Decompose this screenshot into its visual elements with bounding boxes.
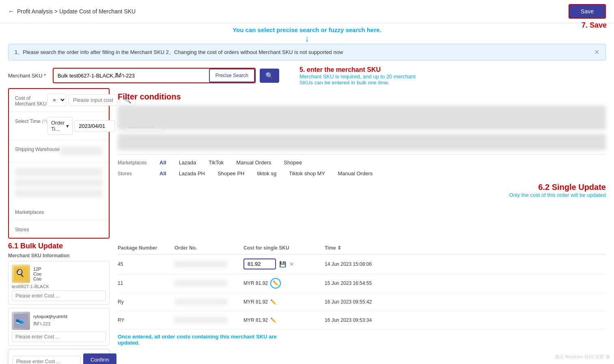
tab-store-all[interactable]: All — [156, 170, 170, 177]
sku-img-1: 🍳 — [12, 265, 30, 283]
watermark: 激活 Windows 转到"设置"激 — [555, 354, 610, 360]
sku-card-2: 👟 rytoipokljhyutrtrfd สีดำ-223 — [8, 308, 110, 346]
edit-icon-4[interactable]: ✏️ — [270, 317, 276, 323]
top-bar: ← Profit Analysis > Update Cost of Merch… — [0, 0, 614, 23]
info-bar: 1、Please search the order info after fil… — [8, 44, 606, 60]
sku-name-2: rytoipokljhyutrtrfd — [33, 314, 106, 319]
anno-once-entered: Once entered, all order costs containing… — [118, 334, 280, 346]
tab-manual-orders[interactable]: Manual Orders — [334, 170, 376, 177]
filter-shipping-row: Shipping Warehouse — [9, 140, 109, 162]
tab-manual[interactable]: Manual Orders — [233, 159, 274, 166]
tab-shopee[interactable]: Shopee — [280, 159, 305, 166]
anno5-title: 5. enter the merchant SKU — [299, 66, 421, 73]
filter-stores-row: Stores — [9, 220, 109, 238]
sku-input-wrap: Precise Search — [53, 68, 256, 83]
time-label: Select Time (?) — [15, 117, 47, 124]
cost-3: MYR 81.92 ✏️ — [243, 299, 325, 305]
filter-panel: Cost of Merchant SKU = 🔍 Select Time (?)… — [8, 88, 110, 239]
sku-id-1: test0627-1-BLACK — [12, 284, 106, 289]
time-3: 16 Jun 2023 09:55:42 — [325, 299, 406, 305]
svg-text:👟: 👟 — [15, 316, 25, 325]
anno-save: 7. Save — [582, 21, 607, 30]
breadcrumb-text: Profit Analysis > Update Cost of Merchan… — [17, 8, 136, 15]
sku-name-1: 12PCooCoo — [33, 267, 106, 281]
order-4 — [175, 317, 227, 323]
back-arrow[interactable]: ← — [8, 8, 15, 15]
tab-tiktok[interactable]: TikTok — [205, 159, 227, 166]
filter-cost-row: Cost of Merchant SKU = 🔍 — [9, 89, 109, 112]
cost-edit-input-1[interactable] — [243, 258, 276, 269]
tab-shopee-ph[interactable]: Shopee PH — [214, 170, 248, 177]
bulk-cost-input[interactable] — [13, 356, 81, 364]
tab-lazada[interactable]: Lazada — [176, 159, 200, 166]
date-from-input[interactable] — [74, 120, 115, 132]
info-bar-text: 1、Please search the order info after fil… — [15, 49, 343, 56]
stores-tab-label: Stores — [118, 171, 150, 177]
sku-cost-input-1[interactable] — [12, 291, 106, 301]
precise-search-button[interactable]: Precise Search — [209, 69, 255, 82]
cancel-cost-icon-1[interactable]: ✕ — [289, 261, 294, 267]
table-row: 11 MYR 81.92 ✏️ 15 Jun 2023 16:54:55 — [118, 274, 606, 293]
eq-operator-select[interactable]: = — [47, 94, 66, 106]
anno-top-hint: You can select precise search or fuzzy s… — [0, 23, 614, 44]
shipping-label: Shipping Warehouse — [15, 145, 60, 152]
save-button[interactable]: Save — [569, 4, 606, 19]
cost-label: Cost of Merchant SKU — [15, 94, 47, 107]
col-time-header: Time ⇕ — [325, 245, 406, 251]
marketplaces-label: Marketplaces — [15, 208, 47, 215]
edit-icon-2[interactable]: ✏️ — [270, 278, 281, 289]
edit-icon-3[interactable]: ✏️ — [270, 299, 276, 305]
confirm-button[interactable]: Confirm — [83, 353, 116, 364]
cost-2: MYR 81.92 ✏️ — [243, 278, 325, 289]
time-type-select[interactable]: Order Ti... ▾ — [47, 117, 73, 135]
sku-id-2: สีดำ-223 — [33, 320, 106, 327]
pkg-1: 45 — [118, 261, 175, 267]
cost-4: MYR 81.92 ✏️ — [243, 317, 325, 323]
anno61: 6.1 Bulk Update — [8, 242, 110, 250]
filter-cond-label: Filter conditions — [118, 88, 606, 106]
filter-marketplace-row: Marketplaces — [9, 203, 109, 220]
merchant-sku-label: Merchant SKU * — [8, 73, 49, 79]
table-row: RY MYR 81.92 ✏️ 16 Jun 2023 09:53:34 — [118, 311, 606, 330]
order-2 — [175, 280, 227, 286]
time-4: 16 Jun 2023 09:53:34 — [325, 317, 406, 323]
time-2: 15 Jun 2023 16:54:55 — [325, 280, 406, 286]
marketplace-tab-row: Marketplaces All Lazada TikTok Manual Or… — [118, 159, 606, 166]
col-pkg-header: Package Number — [118, 245, 175, 251]
sku-list-col-header: Merchant SKU Information — [8, 253, 110, 258]
time-1: 14 Jun 2023 15:08:06 — [325, 261, 406, 267]
anno62: 6.2 Single Update Only the cost of this … — [509, 183, 606, 198]
filter-time-row: Select Time (?) Order Ti... ▾ ～ — [9, 112, 109, 140]
pkg-2: 11 — [118, 280, 175, 286]
search-button[interactable]: 🔍 — [260, 69, 279, 83]
sku-input[interactable] — [54, 69, 209, 82]
breadcrumb: ← Profit Analysis > Update Cost of Merch… — [8, 8, 136, 15]
col-order-header: Order No. — [175, 245, 243, 251]
tab-tiktok-sg[interactable]: tiktok sg — [254, 170, 280, 177]
sku-cost-input-2[interactable] — [12, 332, 106, 342]
table-row: 45 💾 ✕ 14 Jun 2023 15:08:06 — [118, 254, 606, 274]
stores-label: Stores — [15, 225, 47, 233]
col-cost-header: Cost for single SKU — [243, 245, 325, 251]
pkg-4: RY — [118, 317, 175, 323]
tab-lazada-ph[interactable]: Lazada PH — [176, 170, 208, 177]
tab-all[interactable]: All — [156, 159, 170, 166]
table-header: Package Number Order No. Cost for single… — [118, 242, 606, 254]
close-icon[interactable]: ✕ — [594, 48, 599, 56]
bulk-popup: Confirm Bulk Edit — [8, 349, 110, 364]
stores-tab-row: Stores All Lazada PH Shopee PH tiktok sg… — [118, 170, 606, 177]
sku-card-1: 🍳 12PCooCoo test0627-1-BLACK — [8, 261, 110, 305]
marketplaces-tab-label: Marketplaces — [118, 160, 150, 166]
save-cost-icon-1[interactable]: 💾 — [279, 261, 286, 267]
order-3 — [175, 299, 227, 305]
anno5-sub: Merchant SKU is required, and up to 20 m… — [299, 73, 421, 86]
data-table: Package Number Order No. Cost for single… — [118, 242, 606, 364]
cost-1: 💾 ✕ — [243, 258, 325, 269]
svg-text:🍳: 🍳 — [15, 269, 25, 278]
order-1 — [175, 261, 227, 267]
pkg-3: Ry — [118, 299, 175, 305]
tab-tiktok-my[interactable]: Tiktok shop MY — [286, 170, 328, 177]
divider — [118, 154, 606, 155]
sku-img-2: 👟 — [12, 312, 30, 330]
table-row: Ry MYR 81.92 ✏️ 16 Jun 2023 09:55:42 — [118, 293, 606, 311]
